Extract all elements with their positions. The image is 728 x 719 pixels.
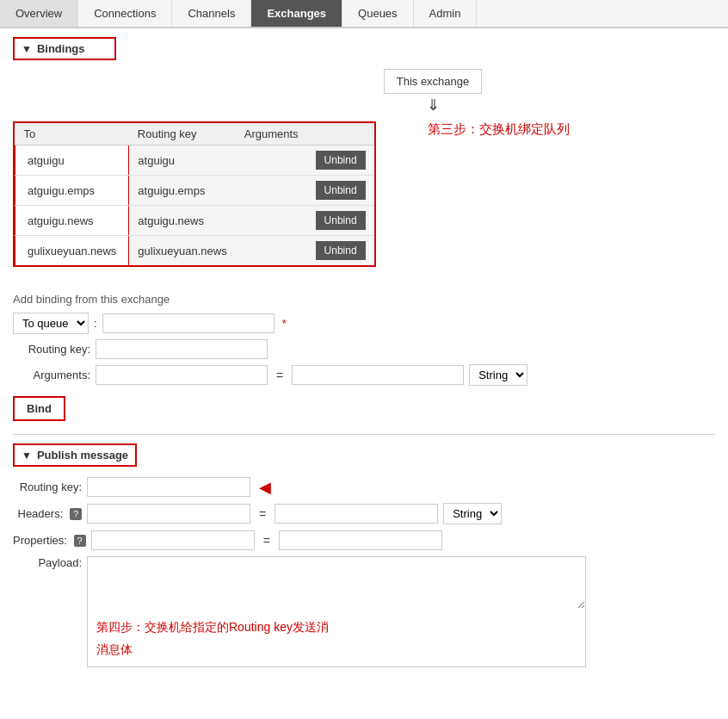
equals-sign: = [273, 369, 287, 382]
queue-name: atguigu.emps [24, 183, 120, 199]
publish-section-header[interactable]: ▼ Publish message [13, 443, 137, 467]
table-row: gulixueyuan.newsgulixueyuan.newsUnbind [15, 236, 374, 266]
properties-key-input[interactable] [91, 530, 255, 550]
step3-annotation: 第三步：交换机绑定队列 [428, 121, 570, 138]
col-to: To [15, 123, 129, 146]
unbind-cell: Unbind [307, 236, 374, 266]
unbind-cell: Unbind [307, 146, 374, 176]
nav-channels[interactable]: Channels [172, 0, 251, 27]
page-content: ▼ Bindings This exchange ⇓ To Routing ke… [0, 28, 728, 682]
arguments-cell [236, 236, 307, 266]
arguments-row: Arguments: = String [13, 364, 715, 386]
headers-key-input[interactable] [87, 504, 250, 524]
bindings-row: To Routing key Arguments atguiguatguiguU… [13, 121, 715, 280]
publish-headers-row: Headers: ? = String [13, 503, 715, 524]
publish-properties-row: Properties: ? = [13, 530, 715, 550]
step4-annotation-area: 第四步：交换机给指定的Routing key发送消 消息体 [88, 611, 585, 666]
bindings-table: To Routing key Arguments atguiguatguiguU… [15, 123, 374, 265]
to-queue-row: To queue : * [13, 313, 715, 334]
arguments-cell [236, 206, 307, 236]
properties-question-mark[interactable]: ? [74, 535, 86, 547]
publish-routing-key-row: Routing key: ◀ [13, 477, 715, 497]
nav-connections[interactable]: Connections [78, 0, 172, 27]
headers-value-input[interactable] [275, 504, 438, 524]
arguments-label: Arguments: [13, 369, 90, 381]
step4-annotation-text: 第四步：交换机给指定的Routing key发送消 [96, 620, 577, 635]
to-cell: atguigu.news [15, 206, 129, 236]
routing-key-input[interactable] [96, 339, 268, 359]
required-star: * [282, 317, 287, 330]
queue-name: gulixueyuan.news [24, 243, 120, 259]
to-cell: gulixueyuan.news [15, 236, 129, 266]
publish-headers-label: Headers: ? [13, 507, 82, 520]
table-row: atguigu.newsatguigu.newsUnbind [15, 206, 374, 236]
unbind-button[interactable]: Unbind [316, 211, 366, 230]
this-exchange-container: This exchange ⇓ [151, 69, 715, 115]
unbind-cell: Unbind [307, 206, 374, 236]
step4-body-text: 消息体 [96, 642, 577, 658]
col-routing-key: Routing key [129, 123, 236, 146]
table-row: atguiguatguiguUnbind [15, 146, 374, 176]
publish-title: Publish message [37, 449, 128, 462]
headers-label-text: Headers: [18, 507, 64, 520]
properties-value-input[interactable] [279, 530, 442, 550]
nav-queues[interactable]: Queues [342, 0, 414, 27]
routing-key-cell: atguigu [129, 146, 236, 176]
this-exchange-box: This exchange [384, 69, 483, 94]
col-arguments: Arguments [236, 123, 307, 146]
collapse-arrow-icon: ▼ [22, 43, 32, 55]
to-queue-select[interactable]: To queue [13, 313, 89, 334]
bindings-section-header[interactable]: ▼ Bindings [13, 37, 116, 60]
publish-section: ▼ Publish message Routing key: ◀ Headers… [13, 443, 715, 667]
arguments-value-input[interactable] [292, 365, 464, 385]
unbind-button[interactable]: Unbind [316, 181, 366, 200]
add-binding-title: Add binding from this exchange [13, 293, 715, 306]
add-binding-section: Add binding from this exchange To queue … [13, 293, 715, 421]
payload-textarea[interactable] [88, 557, 585, 609]
nav-overview[interactable]: Overview [0, 0, 78, 27]
routing-key-cell: gulixueyuan.news [129, 236, 236, 266]
headers-question-mark[interactable]: ? [70, 508, 82, 520]
properties-label-text: Properties: [13, 534, 67, 547]
down-arrow-icon: ⇓ [427, 96, 440, 115]
to-cell: atguigu [15, 146, 129, 176]
to-cell: atguigu.emps [15, 176, 129, 206]
to-queue-input[interactable] [102, 313, 275, 333]
colon-separator: : [94, 317, 97, 330]
routing-red-arrow: ◀ [259, 478, 271, 497]
queue-name: atguigu.news [24, 213, 120, 229]
publish-payload-row: Payload: 第四步：交换机给指定的Routing key发送消 消息体 [13, 556, 715, 667]
routing-key-row: Routing key: [13, 339, 715, 359]
headers-equals: = [256, 507, 269, 521]
nav-admin[interactable]: Admin [414, 0, 478, 27]
top-nav: Overview Connections Channels Exchanges … [0, 0, 728, 28]
publish-collapse-arrow: ▼ [22, 449, 32, 462]
routing-key-cell: atguigu.news [129, 206, 236, 236]
payload-container: 第四步：交换机给指定的Routing key发送消 消息体 [87, 556, 586, 667]
table-row: atguigu.empsatguigu.empsUnbind [15, 176, 374, 206]
arguments-cell [236, 176, 307, 206]
queue-name: atguigu [24, 152, 120, 169]
arguments-cell [236, 146, 307, 176]
publish-payload-label: Payload: [13, 556, 82, 569]
unbind-button[interactable]: Unbind [316, 241, 366, 260]
unbind-button[interactable]: Unbind [316, 151, 366, 170]
publish-routing-key-input[interactable] [87, 477, 250, 497]
routing-key-label: Routing key: [13, 343, 90, 356]
routing-key-cell: atguigu.emps [129, 176, 236, 206]
bindings-title: Bindings [37, 42, 85, 55]
publish-routing-key-label: Routing key: [13, 480, 82, 493]
section-divider [13, 434, 715, 435]
col-action [307, 123, 374, 146]
arguments-key-input[interactable] [96, 365, 268, 385]
bindings-table-wrapper: To Routing key Arguments atguiguatguiguU… [13, 121, 376, 267]
bind-button[interactable]: Bind [13, 396, 65, 421]
unbind-cell: Unbind [307, 176, 374, 206]
nav-exchanges[interactable]: Exchanges [251, 0, 342, 27]
publish-properties-label: Properties: ? [13, 534, 86, 547]
properties-equals: = [260, 534, 274, 548]
arguments-type-select[interactable]: String [469, 364, 527, 386]
headers-type-select[interactable]: String [443, 503, 502, 524]
